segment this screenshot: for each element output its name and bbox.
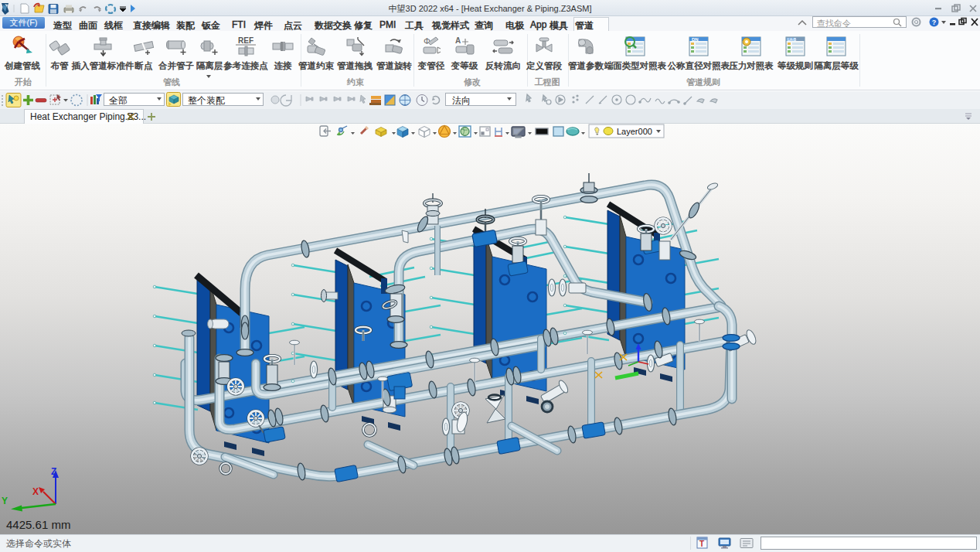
svg-text:DN: DN [692,37,699,42]
svg-text:Layer000: Layer000 [617,127,652,136]
svg-text:X: X [32,486,39,497]
svg-text:Z: Z [51,466,56,477]
svg-text:A: A [455,36,461,45]
svg-text:T: T [699,540,704,548]
svg-text:LA-B: LA-B [788,37,797,42]
svg-text:?: ? [932,19,937,26]
svg-text:REF: REF [238,36,254,45]
svg-text:Y: Y [2,496,8,506]
